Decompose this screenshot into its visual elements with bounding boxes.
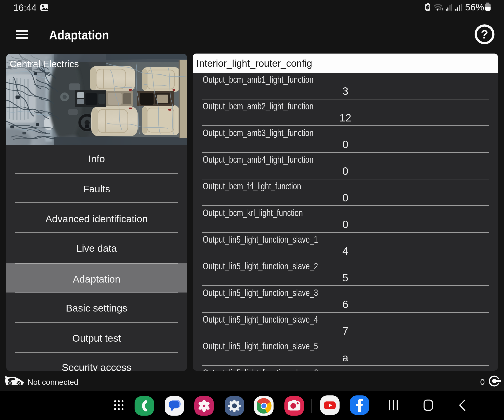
svg-text:?: ?	[481, 28, 488, 41]
svg-text:Central Electrics: Central Electrics	[10, 59, 79, 69]
